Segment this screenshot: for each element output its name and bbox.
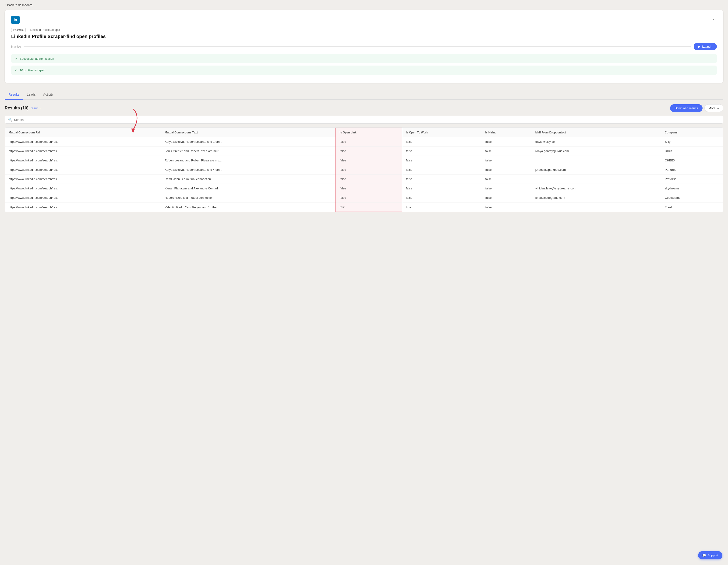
search-input[interactable] [14, 118, 720, 122]
table-cell: CodeGrade [661, 193, 723, 203]
col-header-mutual-url: Mutual Connections Url [5, 128, 161, 137]
table-row: https://www.linkedin.com/search/res...Ru… [5, 156, 723, 165]
table-cell: false [336, 137, 402, 147]
table-cell: false [336, 165, 402, 175]
table-cell: false [481, 165, 531, 175]
table-cell: Sitly [661, 137, 723, 147]
download-results-button[interactable]: Download results [670, 104, 703, 112]
table-row: https://www.linkedin.com/search/res...Va… [5, 203, 723, 212]
results-section: Results (10) result ⌄ Download results M… [0, 100, 728, 217]
tabs-container: Results Leads Activity [0, 88, 728, 100]
table-cell: Freel... [661, 203, 723, 212]
table-cell: https://www.linkedin.com/search/res... [5, 175, 161, 184]
table-cell: false [336, 175, 402, 184]
phantom-badge: Phantom [11, 28, 26, 32]
table-cell: https://www.linkedin.com/search/res... [5, 147, 161, 156]
tab-leads[interactable]: Leads [23, 90, 39, 100]
col-header-mail: Mail From Dropcontact [532, 128, 661, 137]
col-header-is-hiring: Is Hiring [481, 128, 531, 137]
table-cell: https://www.linkedin.com/search/res... [5, 203, 161, 212]
table-cell [532, 175, 661, 184]
success-scrape-banner: ✓ 10 profiles scraped [11, 66, 717, 75]
table-row: https://www.linkedin.com/search/res...Ka… [5, 137, 723, 147]
table-cell: https://www.linkedin.com/search/res... [5, 137, 161, 147]
search-icon: 🔍 [8, 118, 12, 122]
table-cell: false [481, 193, 531, 203]
back-to-dashboard-link[interactable]: ‹ Back to dashboard [0, 0, 37, 10]
table-cell: false [336, 147, 402, 156]
table-cell: https://www.linkedin.com/search/res... [5, 156, 161, 165]
chevron-down-icon-more: ⌄ [717, 106, 719, 110]
table-cell: false [481, 184, 531, 193]
table-cell [532, 156, 661, 165]
table-cell: false [481, 156, 531, 165]
table-cell: false [402, 175, 482, 184]
table-cell: Katya Sivkova, Ruben Lozano, and 1 oth..… [161, 137, 336, 147]
table-cell [532, 203, 661, 212]
status-label: Inactive [11, 45, 21, 48]
more-button[interactable]: More ⌄ [704, 104, 723, 112]
more-options-button[interactable]: ⋯ [710, 16, 717, 23]
col-header-company: Company [661, 128, 723, 137]
table-cell: Robert Rizea is a mutual connection [161, 193, 336, 203]
annotation-container: Mutual Connections Url Mutual Connection… [5, 127, 723, 212]
table-cell: ProtoPie [661, 175, 723, 184]
table-cell: https://www.linkedin.com/search/res... [5, 193, 161, 203]
progress-track [24, 46, 691, 47]
tab-activity[interactable]: Activity [39, 90, 57, 100]
table-cell: false [402, 137, 482, 147]
launch-button[interactable]: ▶ Launch [694, 43, 717, 50]
table-cell: CHEEX [661, 156, 723, 165]
table-cell: true [402, 203, 482, 212]
table-cell: false [402, 147, 482, 156]
table-row: https://www.linkedin.com/search/res...Lo… [5, 147, 723, 156]
support-icon: 💬 [702, 554, 706, 557]
table-cell: false [481, 137, 531, 147]
search-bar: 🔍 [5, 116, 723, 124]
table-cell: false [336, 184, 402, 193]
results-count: Results (10) [5, 106, 28, 111]
table-cell: Ramli John is a mutual connection [161, 175, 336, 184]
chevron-left-icon: ‹ [5, 3, 6, 7]
success-auth-banner: ✓ Successful authentication [11, 54, 717, 63]
col-header-mutual-text: Mutual Connections Text [161, 128, 336, 137]
table-cell: Ruben Lozano and Robert Rizea are mu... [161, 156, 336, 165]
table-cell: false [481, 203, 531, 212]
check-icon-2: ✓ [15, 68, 18, 72]
support-button[interactable]: 💬 Support [698, 551, 722, 559]
check-icon: ✓ [15, 57, 18, 60]
results-table-wrapper: Mutual Connections Url Mutual Connection… [5, 127, 723, 212]
table-cell: false [402, 184, 482, 193]
results-table: Mutual Connections Url Mutual Connection… [5, 128, 723, 212]
result-filter[interactable]: result ⌄ [31, 106, 42, 110]
table-cell: vinicius.leao@skydreams.com [532, 184, 661, 193]
table-cell: j.heetla@parkbee.com [532, 165, 661, 175]
results-actions: Download results More ⌄ [670, 104, 723, 112]
table-cell: david@sitly.com [532, 137, 661, 147]
table-row: https://www.linkedin.com/search/res...Ki… [5, 184, 723, 193]
tabs: Results Leads Activity [5, 88, 723, 100]
status-bar: Inactive ▶ Launch [11, 43, 717, 50]
table-cell: Louis Grenier and Robert Rizea are mut..… [161, 147, 336, 156]
linkedin-icon: in [11, 16, 20, 24]
breadcrumb: Phantom | LinkedIn Profile Scraper [11, 28, 717, 32]
results-title: Results (10) result ⌄ [5, 106, 42, 111]
table-cell: skydreams [661, 184, 723, 193]
table-cell: false [481, 147, 531, 156]
table-row: https://www.linkedin.com/search/res...Ka… [5, 165, 723, 175]
card-title: LinkedIn Profile Scraper-find open profi… [11, 34, 717, 39]
results-header: Results (10) result ⌄ Download results M… [5, 104, 723, 112]
table-cell: false [336, 156, 402, 165]
table-cell: https://www.linkedin.com/search/res... [5, 184, 161, 193]
table-cell: UXUS [661, 147, 723, 156]
tab-results[interactable]: Results [5, 90, 23, 100]
table-cell: false [402, 165, 482, 175]
table-row: https://www.linkedin.com/search/res...Ra… [5, 175, 723, 184]
table-cell: Kieran Flanagan and Alexandre Contad... [161, 184, 336, 193]
breadcrumb-sub: LinkedIn Profile Scraper [30, 28, 60, 32]
play-icon: ▶ [698, 45, 701, 48]
main-card: in ⋯ Phantom | LinkedIn Profile Scraper … [5, 10, 723, 83]
table-cell: false [402, 156, 482, 165]
table-cell: Katya Sivkova, Ruben Lozano, and 4 oth..… [161, 165, 336, 175]
table-cell: false [402, 193, 482, 203]
